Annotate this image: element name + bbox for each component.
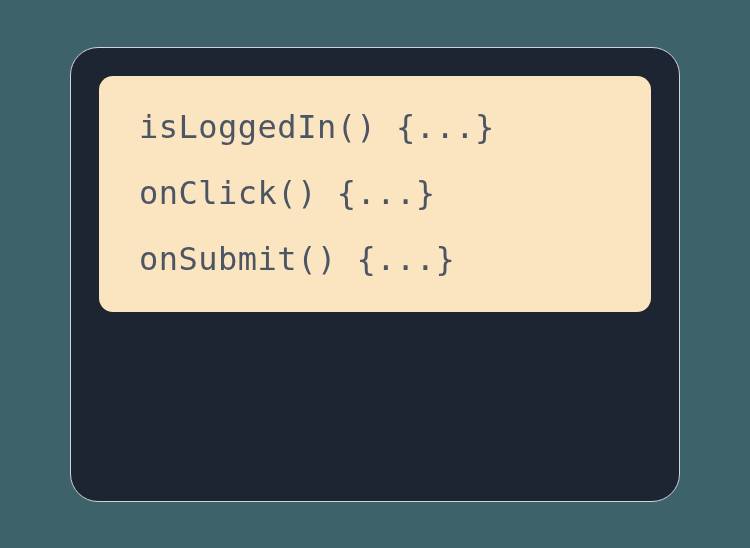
- code-line: onClick() {...}: [139, 174, 611, 212]
- code-line: onSubmit() {...}: [139, 240, 611, 278]
- code-line: isLoggedIn() {...}: [139, 108, 611, 146]
- code-block: isLoggedIn() {...} onClick() {...} onSub…: [99, 76, 651, 312]
- code-panel: isLoggedIn() {...} onClick() {...} onSub…: [70, 47, 680, 502]
